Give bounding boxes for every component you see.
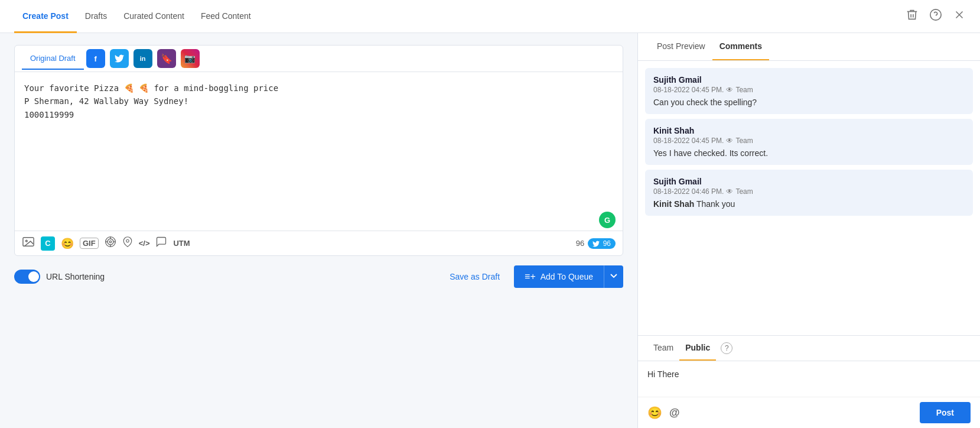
add-queue-label: Add To Queue [541,272,593,281]
svg-point-13 [126,239,129,242]
tab-linkedin[interactable]: in [134,49,152,68]
editor-toolbar: C 😊 GIF </> UTM 96 96 [15,231,623,255]
comment-card-1: Sujith Gmail 08-18-2022 04:45 PM. 👁 Team… [645,68,973,114]
add-to-queue-dropdown[interactable] [604,265,623,288]
visibility-icon-1: 👁 [726,86,733,94]
comment-author-2: Kinit Shah [653,126,965,135]
tab-facebook[interactable]: f [86,49,105,68]
comment-meta-2: 08-18-2022 04:45 PM. 👁 Team [653,137,965,145]
grammarly-button[interactable]: G [599,212,616,228]
char-count-number: 96 [576,239,584,248]
comment-input-box[interactable]: Hi There [638,361,980,397]
comment-card-3: Sujith Gmail 08-18-2022 04:46 PM. 👁 Team… [645,170,973,216]
add-to-queue-group: ≡+ Add To Queue [514,265,623,288]
top-nav: Create Post Drafts Curated Content Feed … [0,0,980,33]
comment-visibility-3: Team [735,187,753,196]
tab-post-preview[interactable]: Post Preview [650,33,712,60]
tab-team-comment[interactable]: Team [647,336,679,361]
url-shortening-toggle[interactable] [14,270,40,284]
editor-body: Your favorite Pizza 🍕 🍕 for a mind-boggl… [15,72,623,212]
tab-instagram[interactable]: 📷 [181,49,200,68]
comment-text-3: Kinit Shah Thank you [653,199,965,209]
visibility-icon-2: 👁 [726,137,733,145]
tab-create-post[interactable]: Create Post [14,1,77,33]
tab-original-draft[interactable]: Original Draft [22,48,84,70]
save-draft-button[interactable]: Save as Draft [442,267,507,286]
tab-comments[interactable]: Comments [712,33,769,60]
right-panel-tabs: Post Preview Comments [638,33,980,61]
comment-author-3: Sujith Gmail [653,177,965,186]
svg-rect-4 [23,238,34,247]
bottom-bar: URL Shortening Save as Draft ≡+ Add To Q… [14,265,623,288]
add-queue-icon: ≡+ [525,271,536,282]
svg-point-5 [25,240,27,242]
comment-date-2: 08-18-2022 04:45 PM. [653,137,724,145]
image-upload-icon[interactable] [22,236,35,251]
left-panel: Original Draft f in 🔖 📷 Your favorite Pi… [0,33,637,428]
tab-twitter[interactable] [110,49,129,68]
comment-actions: 😊 @ Post [638,397,980,428]
gif-button[interactable]: GIF [80,238,99,249]
url-shortening-wrap: URL Shortening [14,270,105,284]
comment-author-1: Sujith Gmail [653,75,965,85]
url-shortening-label: URL Shortening [46,272,105,281]
comment-emoji-icon[interactable]: 😊 [647,406,662,420]
comment-mention-icon[interactable]: @ [669,407,680,419]
utm-label[interactable]: UTM [173,239,190,248]
comment-visibility-2: Team [735,137,753,145]
code-icon[interactable]: </> [139,239,150,248]
twitter-char-badge: 96 [588,238,616,249]
tab-feed-content[interactable]: Feed Content [193,1,259,33]
visibility-icon-3: 👁 [726,187,733,196]
comment-date-1: 08-18-2022 04:45 PM. [653,86,724,94]
location-icon[interactable] [122,236,133,251]
close-button[interactable] [953,8,966,24]
comment-mention-3: Kinit Shah [653,199,694,209]
twitter-char-count: 96 [603,239,611,248]
post-comment-button[interactable]: Post [920,402,971,423]
comment-type-tabs: Team Public ? [638,336,980,361]
comment-input-area: Team Public ? Hi There 😊 @ Post [638,335,980,428]
char-count: 96 96 [576,238,616,249]
comment-card-2: Kinit Shah 08-18-2022 04:45 PM. 👁 Team Y… [645,119,973,165]
nav-icons [906,8,966,24]
tab-public-comment[interactable]: Public [679,336,716,361]
svg-point-8 [109,241,111,242]
comment-meta-1: 08-18-2022 04:45 PM. 👁 Team [653,86,965,94]
tab-curated-content[interactable]: Curated Content [115,1,193,33]
right-panel: Post Preview Comments Sujith Gmail 08-18… [637,33,980,428]
svg-point-7 [108,239,113,245]
tab-drafts[interactable]: Drafts [77,1,115,33]
svg-point-0 [930,9,941,20]
comment-text-1: Can you check the spelling? [653,98,965,107]
notes-icon[interactable] [155,236,167,251]
comment-visibility-1: Team [735,86,753,94]
tab-bookmark[interactable]: 🔖 [157,49,176,68]
platform-tabs: Original Draft f in 🔖 📷 [15,46,623,72]
targeting-icon[interactable] [105,236,116,251]
comment-date-3: 08-18-2022 04:46 PM. [653,187,724,196]
comment-body-3: Thank you [696,199,735,209]
comment-meta-3: 08-18-2022 04:46 PM. 👁 Team [653,187,965,196]
editor-card: Original Draft f in 🔖 📷 Your favorite Pi… [14,45,623,256]
main-layout: Original Draft f in 🔖 📷 Your favorite Pi… [0,33,980,428]
delete-button[interactable] [906,8,919,24]
help-button[interactable] [929,8,942,24]
comments-list: Sujith Gmail 08-18-2022 04:45 PM. 👁 Team… [638,61,980,335]
post-content-input[interactable]: Your favorite Pizza 🍕 🍕 for a mind-boggl… [24,82,613,200]
emoji-picker-icon[interactable]: 😊 [61,237,74,250]
comment-text-2: Yes I have checked. Its correct. [653,148,965,158]
add-to-queue-button[interactable]: ≡+ Add To Queue [514,265,604,288]
comment-help-icon[interactable]: ? [721,342,732,354]
canva-button[interactable]: C [41,236,55,251]
